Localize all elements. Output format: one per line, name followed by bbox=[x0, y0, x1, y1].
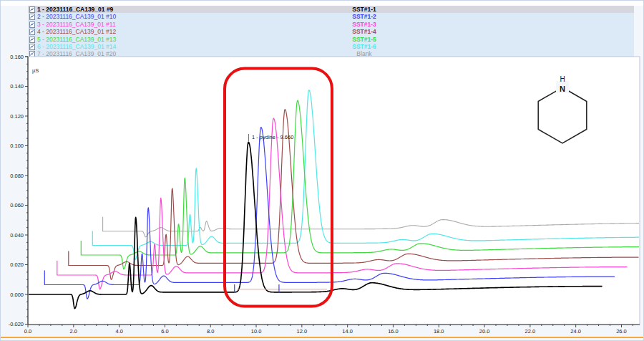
plot-axes: -0.0200.0000.0200.0400.0600.0800.1000.12… bbox=[9, 54, 640, 335]
nitrogen-atom-label: N bbox=[560, 85, 565, 93]
svg-text:0.040: 0.040 bbox=[10, 232, 24, 239]
svg-text:20.0: 20.0 bbox=[479, 328, 490, 335]
svg-text:22.0: 22.0 bbox=[525, 328, 536, 335]
svg-text:0.000: 0.000 bbox=[10, 292, 24, 298]
svg-text:0.100: 0.100 bbox=[10, 143, 24, 149]
svg-text:6.0: 6.0 bbox=[161, 328, 168, 335]
svg-text:0.060: 0.060 bbox=[10, 202, 24, 208]
chromatogram-plot[interactable]: -0.0200.0000.0200.0400.0600.0800.1000.12… bbox=[1, 1, 644, 341]
peak-label: 1 - pydine - 9.660 bbox=[252, 134, 293, 140]
svg-text:24.0: 24.0 bbox=[570, 328, 581, 335]
svg-text:0.120: 0.120 bbox=[10, 113, 24, 120]
svg-text:0.140: 0.140 bbox=[10, 83, 24, 90]
svg-text:26.0: 26.0 bbox=[616, 328, 627, 335]
svg-text:4.0: 4.0 bbox=[115, 328, 122, 335]
svg-text:14.0: 14.0 bbox=[342, 328, 353, 335]
y-unit-label: µS bbox=[32, 67, 39, 74]
svg-text:0.080: 0.080 bbox=[10, 173, 24, 179]
svg-text:8.0: 8.0 bbox=[207, 328, 214, 335]
svg-text:16.0: 16.0 bbox=[388, 328, 399, 335]
pane-divider-accent bbox=[1, 337, 644, 338]
svg-text:0.0: 0.0 bbox=[24, 328, 31, 335]
svg-text:-0.020: -0.020 bbox=[9, 321, 24, 327]
svg-text:0.020: 0.020 bbox=[10, 261, 24, 268]
svg-text:12.0: 12.0 bbox=[297, 328, 308, 335]
svg-text:18.0: 18.0 bbox=[434, 328, 444, 335]
hydrogen-atom-label: H bbox=[560, 75, 565, 83]
svg-text:0.160: 0.160 bbox=[10, 54, 24, 60]
svg-text:2.0: 2.0 bbox=[70, 328, 77, 335]
chromatography-window: 1 - 20231116_CA139_01 #9SST#1-12 - 20231… bbox=[0, 0, 644, 341]
svg-text:10.0: 10.0 bbox=[251, 328, 262, 335]
